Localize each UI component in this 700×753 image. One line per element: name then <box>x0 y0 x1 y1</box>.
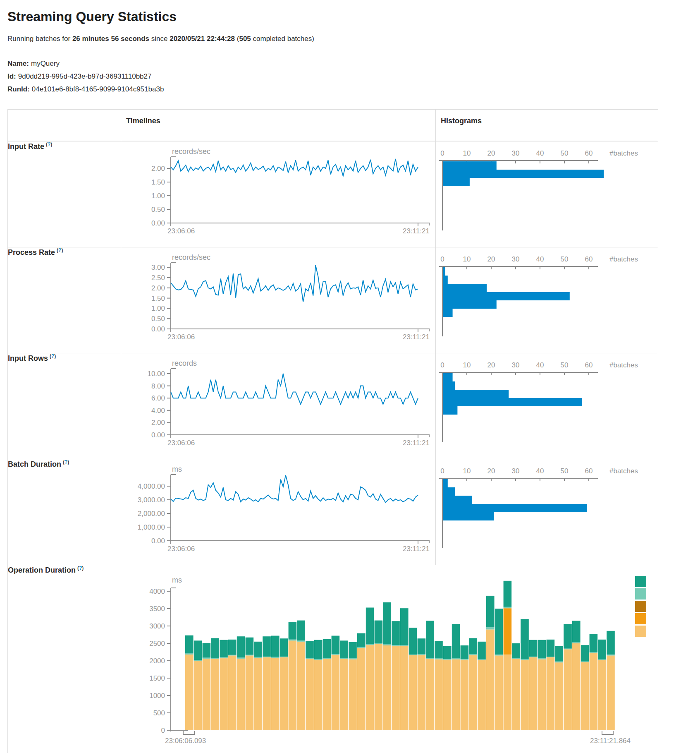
svg-text:6.00: 6.00 <box>151 394 165 402</box>
svg-text:records: records <box>172 359 197 367</box>
svg-text:60: 60 <box>585 149 593 157</box>
table-header-row: Timelines Histograms <box>8 110 658 141</box>
process-rate-timeline-cell: records/sec3.002.502.001.501.000.500.002… <box>121 247 436 353</box>
metric-label: Input Rate <box>8 142 44 151</box>
help-icon[interactable]: (?) <box>77 565 84 571</box>
svg-text:0: 0 <box>440 255 444 263</box>
svg-text:40: 40 <box>536 255 544 263</box>
svg-text:40: 40 <box>536 467 544 475</box>
query-runid-row: RunId:04e101e6-8bf8-4165-9099-9104c951ba… <box>7 83 693 96</box>
svg-text:23:06:06: 23:06:06 <box>167 545 195 553</box>
batch-duration-histogram-chart: 0102030405060#batches <box>436 459 657 563</box>
svg-text:60: 60 <box>585 467 593 475</box>
legend-swatch <box>635 601 646 612</box>
svg-text:23:11:21.864: 23:11:21.864 <box>590 737 631 745</box>
svg-text:30: 30 <box>512 149 520 157</box>
input-rows-label-cell: Input Rows(?) <box>8 353 121 459</box>
summary-suffix: completed batches) <box>251 35 314 43</box>
help-icon[interactable]: (?) <box>57 247 63 253</box>
svg-text:40: 40 <box>536 149 544 157</box>
start-timestamp: 2020/05/21 22:44:28 <box>170 35 235 43</box>
page-title: Streaming Query Statistics <box>7 8 693 25</box>
svg-text:20: 20 <box>487 255 495 263</box>
svg-text:3.00: 3.00 <box>151 264 165 271</box>
svg-text:3000: 3000 <box>149 622 165 630</box>
batch-duration-timeline-chart: ms4,000.003,000.002,000.001,000.000.0023… <box>121 459 435 563</box>
svg-text:0: 0 <box>440 467 444 475</box>
legend-swatch <box>635 626 646 637</box>
help-icon[interactable]: (?) <box>50 353 56 359</box>
query-name-row: Name:myQuery <box>7 57 693 70</box>
svg-text:10: 10 <box>463 255 471 263</box>
svg-text:1.50: 1.50 <box>151 295 165 302</box>
svg-text:0: 0 <box>440 149 444 157</box>
svg-text:3500: 3500 <box>149 605 165 613</box>
metric-label: Operation Duration <box>8 566 76 574</box>
svg-text:0.50: 0.50 <box>151 206 165 213</box>
svg-text:2.50: 2.50 <box>151 274 165 282</box>
svg-text:23:11:21: 23:11:21 <box>403 545 430 553</box>
help-icon[interactable]: (?) <box>63 459 69 465</box>
svg-text:50: 50 <box>561 467 569 475</box>
metric-label: Batch Duration <box>8 460 61 468</box>
svg-text:30: 30 <box>512 361 520 369</box>
svg-text:0.00: 0.00 <box>151 431 165 439</box>
svg-text:0: 0 <box>440 361 444 369</box>
table-row: Process Rate(?) records/sec3.002.502.001… <box>8 247 658 353</box>
process-rate-histogram-chart: 0102030405060#batches <box>436 247 657 351</box>
svg-text:23:06:06: 23:06:06 <box>167 227 195 235</box>
svg-text:23:11:21: 23:11:21 <box>403 333 430 341</box>
svg-text:20: 20 <box>487 361 495 369</box>
svg-text:10.00: 10.00 <box>147 370 165 378</box>
svg-text:23:06:06: 23:06:06 <box>167 439 195 447</box>
svg-text:#batches: #batches <box>609 149 638 157</box>
name-label: Name: <box>7 60 29 67</box>
legend-swatch <box>635 588 646 600</box>
operation-duration-cell: ms4000350030002500200015001000500023:06:… <box>121 565 658 753</box>
svg-text:10: 10 <box>463 467 471 475</box>
svg-text:23:06:06: 23:06:06 <box>167 333 195 341</box>
input-rate-label-cell: Input Rate(?) <box>8 141 121 247</box>
summary-prefix: Running batches for <box>7 35 72 43</box>
help-icon[interactable]: (?) <box>46 141 52 147</box>
svg-text:3,000.00: 3,000.00 <box>138 496 165 504</box>
table-row: Operation Duration(?) ms4000350030002500… <box>8 565 658 753</box>
svg-text:1000: 1000 <box>149 692 165 700</box>
svg-text:0.00: 0.00 <box>151 325 165 333</box>
running-duration: 26 minutes 56 seconds <box>72 35 149 43</box>
id-value: 9d0dd219-995d-423e-b97d-36931110bb27 <box>18 72 152 80</box>
name-value: myQuery <box>31 60 60 67</box>
svg-text:2.00: 2.00 <box>151 419 165 427</box>
input-rate-histogram-chart: 0102030405060#batches <box>436 141 657 245</box>
svg-text:2.00: 2.00 <box>151 284 165 292</box>
svg-text:0.50: 0.50 <box>151 315 165 323</box>
svg-text:records/sec: records/sec <box>172 253 210 261</box>
svg-text:2.00: 2.00 <box>151 165 165 173</box>
table-row: Batch Duration(?) ms4,000.003,000.002,00… <box>8 459 658 565</box>
svg-text:1.00: 1.00 <box>151 192 165 200</box>
svg-text:2000: 2000 <box>149 657 165 665</box>
batch-duration-timeline-cell: ms4,000.003,000.002,000.001,000.000.0023… <box>121 459 436 565</box>
svg-text:#batches: #batches <box>609 255 638 263</box>
process-rate-label-cell: Process Rate(?) <box>8 247 121 353</box>
svg-text:ms: ms <box>172 465 182 473</box>
svg-text:1.00: 1.00 <box>151 305 165 312</box>
completed-batch-count: 505 <box>239 35 251 43</box>
svg-text:500: 500 <box>153 709 165 717</box>
svg-text:30: 30 <box>512 467 520 475</box>
input-rows-histogram-cell: 0102030405060#batches <box>436 353 658 459</box>
svg-text:23:11:21: 23:11:21 <box>403 439 430 447</box>
legend-swatch <box>635 576 646 587</box>
input-rate-histogram-cell: 0102030405060#batches <box>436 141 658 247</box>
input-rows-histogram-chart: 0102030405060#batches <box>436 353 657 457</box>
input-rate-timeline-cell: records/sec2.001.501.000.500.0023:06:062… <box>121 141 436 247</box>
svg-text:23:06:06.093: 23:06:06.093 <box>165 737 206 745</box>
svg-text:20: 20 <box>487 149 495 157</box>
metric-label: Process Rate <box>8 248 55 257</box>
svg-text:50: 50 <box>561 255 569 263</box>
table-row: Input Rows(?) records10.008.006.004.002.… <box>8 353 658 459</box>
svg-text:20: 20 <box>487 467 495 475</box>
svg-text:#batches: #batches <box>609 467 638 475</box>
svg-text:4000: 4000 <box>149 588 165 595</box>
query-id-row: Id:9d0dd219-995d-423e-b97d-36931110bb27 <box>7 70 693 83</box>
